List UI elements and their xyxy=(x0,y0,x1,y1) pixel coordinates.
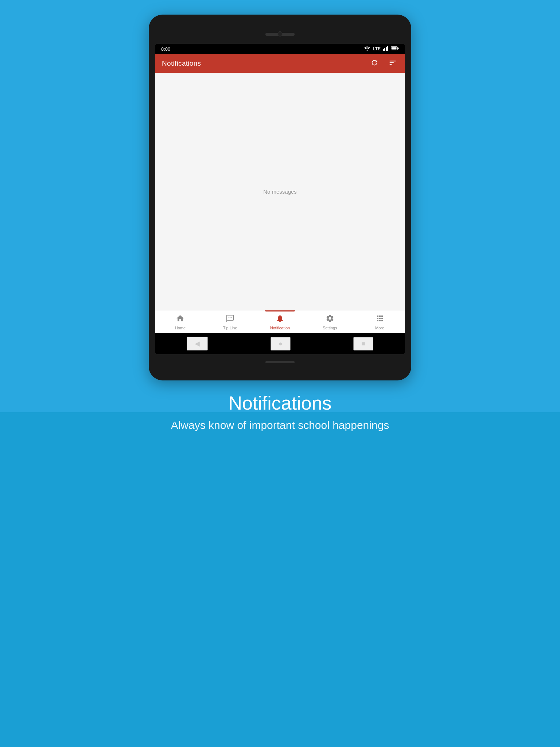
bottom-slot xyxy=(265,361,295,363)
nav-item-settings[interactable]: Settings xyxy=(305,310,355,333)
lte-icon: LTE xyxy=(373,46,381,51)
svg-point-0 xyxy=(367,50,368,51)
android-home-button[interactable]: ● xyxy=(271,337,291,351)
nav-item-more[interactable]: More xyxy=(355,310,405,333)
svg-point-10 xyxy=(231,317,232,318)
tablet-device: 8:00 LTE xyxy=(149,15,411,380)
svg-rect-7 xyxy=(398,48,399,49)
home-icon xyxy=(176,314,184,325)
filter-button[interactable] xyxy=(387,57,398,70)
nav-item-notification[interactable]: Notification xyxy=(255,310,305,333)
nav-label-home: Home xyxy=(175,326,186,330)
device-screen: 8:00 LTE xyxy=(155,44,405,354)
android-nav-bar: ◀ ● ■ xyxy=(155,333,405,354)
refresh-button[interactable] xyxy=(369,57,380,70)
tip-line-icon xyxy=(226,314,234,325)
nav-label-tip-line: Tip Line xyxy=(223,326,237,330)
settings-icon xyxy=(326,314,334,325)
status-time: 8:00 xyxy=(161,46,170,52)
nav-label-notification: Notification xyxy=(270,326,290,330)
nav-item-tip-line[interactable]: Tip Line xyxy=(205,310,255,333)
caption-subtitle: Always know of important school happenin… xyxy=(171,419,389,431)
tablet-bottom-bar xyxy=(155,354,405,370)
status-right: LTE xyxy=(364,46,399,52)
svg-rect-4 xyxy=(387,46,388,51)
svg-rect-6 xyxy=(392,47,397,50)
front-camera xyxy=(277,31,283,36)
more-icon xyxy=(376,314,384,325)
nav-item-home[interactable]: Home xyxy=(155,310,205,333)
app-bar-actions xyxy=(369,57,398,70)
android-back-button[interactable]: ◀ xyxy=(187,337,208,351)
caption-area: Notifications Always know of important s… xyxy=(135,392,426,431)
nav-label-more: More xyxy=(375,326,384,330)
battery-icon xyxy=(391,46,399,52)
svg-rect-1 xyxy=(383,49,384,51)
bottom-navigation: Home Tip Line xyxy=(155,310,405,333)
android-recent-button[interactable]: ■ xyxy=(353,337,373,351)
svg-point-9 xyxy=(230,317,230,318)
nav-label-settings: Settings xyxy=(323,326,337,330)
empty-state-message: No messages xyxy=(263,189,297,195)
tablet-top-bar xyxy=(155,25,405,44)
svg-rect-2 xyxy=(384,48,385,51)
svg-point-8 xyxy=(229,317,229,318)
svg-rect-3 xyxy=(386,47,387,51)
nav-indicator-notification xyxy=(265,310,295,311)
app-bar-title: Notifications xyxy=(162,59,201,67)
app-bar: Notifications xyxy=(155,54,405,73)
status-bar: 8:00 LTE xyxy=(155,44,405,54)
main-content: No messages xyxy=(155,73,405,310)
caption-title: Notifications xyxy=(171,392,389,414)
notification-icon xyxy=(276,314,284,325)
wifi-icon xyxy=(364,46,370,52)
signal-icon xyxy=(383,46,389,52)
